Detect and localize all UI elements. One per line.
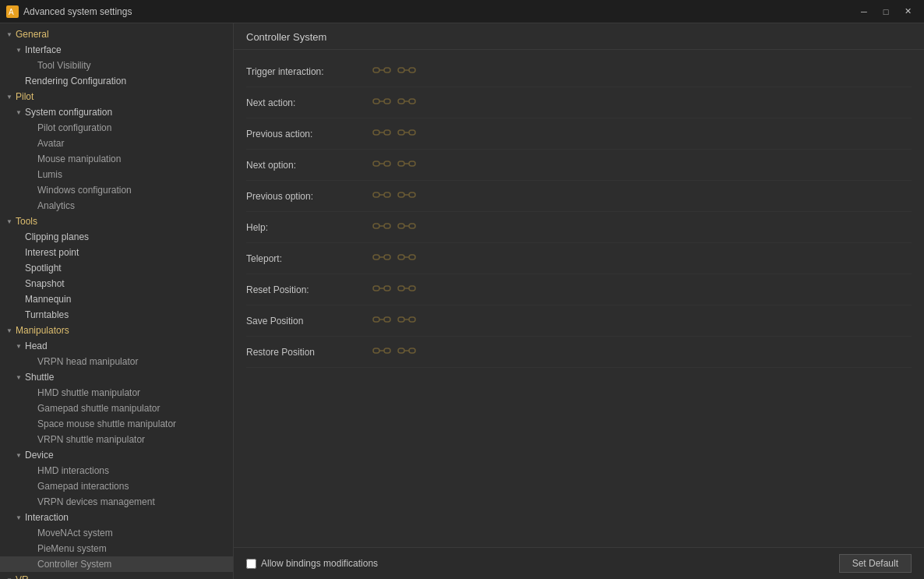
- binding-chain-button-1[interactable]: [371, 154, 393, 175]
- binding-chain-button-2[interactable]: [396, 279, 418, 300]
- sidebar-item-hmd-shuttle[interactable]: HMD shuttle manipulator: [0, 385, 233, 401]
- set-default-button[interactable]: Set Default: [839, 554, 912, 573]
- sidebar-item-manipulators[interactable]: Manipulators: [0, 323, 233, 338]
- sidebar-item-turntables[interactable]: Turntables: [0, 307, 233, 323]
- svg-rect-32: [373, 224, 379, 228]
- sidebar-item-movenaact[interactable]: MoveNAct system: [0, 525, 233, 541]
- sidebar-item-gamepad-shuttle[interactable]: Gamepad shuttle manipulator: [0, 401, 233, 416]
- svg-rect-3: [384, 68, 390, 72]
- binding-chain-button-2[interactable]: [396, 217, 418, 238]
- binding-chain-button-1[interactable]: [371, 123, 393, 144]
- sidebar-item-interest-point[interactable]: Interest point: [0, 245, 233, 260]
- sidebar-item-label: Pilot: [16, 91, 34, 102]
- sidebar: GeneralInterfaceTool VisibilityRendering…: [0, 23, 234, 579]
- sidebar-item-vrpn-head[interactable]: VRPN head manipulator: [0, 354, 233, 369]
- sidebar-item-vrpn-devices[interactable]: VRPN devices management: [0, 494, 233, 510]
- binding-chain-button-2[interactable]: [396, 248, 418, 269]
- binding-chain-button-1[interactable]: [371, 310, 393, 331]
- sidebar-item-vrpn-shuttle[interactable]: VRPN shuttle manipulator: [0, 432, 233, 447]
- sidebar-item-head[interactable]: Head: [0, 338, 233, 354]
- binding-chain-button-2[interactable]: [396, 185, 418, 207]
- svg-rect-6: [409, 68, 415, 72]
- binding-row: Reset Position:: [246, 274, 912, 305]
- binding-row: Help:: [246, 212, 912, 243]
- binding-buttons: [371, 185, 418, 207]
- binding-chain-button-2[interactable]: [396, 154, 418, 175]
- binding-chain-button-1[interactable]: [371, 341, 393, 362]
- binding-label: Previous action:: [246, 129, 371, 139]
- binding-label: Restore Position: [246, 347, 371, 358]
- sidebar-item-tool-visibility[interactable]: Tool Visibility: [0, 58, 233, 73]
- sidebar-item-shuttle[interactable]: Shuttle: [0, 369, 233, 385]
- triangle-icon: [16, 47, 23, 54]
- sidebar-item-gamepad-interactions[interactable]: Gamepad interactions: [0, 478, 233, 494]
- sidebar-item-label: Space mouse shuttle manipulator: [37, 418, 176, 429]
- binding-chain-button-2[interactable]: [396, 92, 418, 113]
- sidebar-item-windows-config[interactable]: Windows configuration: [0, 182, 233, 198]
- maximize-button[interactable]: □: [876, 4, 896, 19]
- binding-label: Help:: [246, 222, 371, 233]
- sidebar-item-label: Pilot configuration: [37, 122, 111, 133]
- minimize-button[interactable]: ─: [854, 4, 874, 19]
- sidebar-item-controller-system[interactable]: Controller System: [0, 556, 233, 572]
- sidebar-item-spotlight[interactable]: Spotlight: [0, 260, 233, 276]
- svg-rect-54: [409, 317, 415, 322]
- sidebar-item-hmd-interactions[interactable]: HMD interactions: [0, 463, 233, 478]
- binding-chain-button-1[interactable]: [371, 248, 393, 269]
- binding-chain-button-2[interactable]: [396, 61, 418, 82]
- sidebar-item-mouse-manip[interactable]: Mouse manipulation: [0, 151, 233, 167]
- sidebar-item-device[interactable]: Device: [0, 447, 233, 463]
- binding-buttons: [371, 92, 418, 113]
- sidebar-item-system-config[interactable]: System configuration: [0, 104, 233, 120]
- sidebar-item-piemenu[interactable]: PieMenu system: [0, 541, 233, 556]
- sidebar-item-tools[interactable]: Tools: [0, 214, 233, 229]
- binding-chain-button-2[interactable]: [396, 310, 418, 331]
- binding-row: Previous action:: [246, 118, 912, 150]
- binding-buttons: [371, 248, 418, 269]
- binding-chain-button-1[interactable]: [371, 185, 393, 207]
- binding-chain-button-1[interactable]: [371, 217, 393, 238]
- sidebar-item-interaction[interactable]: Interaction: [0, 510, 233, 525]
- sidebar-item-label: Tools: [16, 216, 37, 227]
- binding-chain-button-2[interactable]: [396, 341, 418, 362]
- sidebar-item-rendering-config[interactable]: Rendering Configuration: [0, 73, 233, 89]
- binding-chain-button-1[interactable]: [371, 279, 393, 300]
- sidebar-item-general[interactable]: General: [0, 26, 233, 42]
- binding-label: Previous option:: [246, 191, 371, 202]
- svg-rect-23: [398, 161, 404, 166]
- binding-chain-button-1[interactable]: [371, 61, 393, 82]
- binding-row: Teleport:: [246, 243, 912, 274]
- sidebar-item-space-mouse-shuttle[interactable]: Space mouse shuttle manipulator: [0, 416, 233, 432]
- chain-link-icon: [397, 312, 416, 330]
- close-button[interactable]: ✕: [898, 4, 918, 19]
- svg-rect-5: [398, 68, 404, 72]
- svg-rect-56: [373, 348, 379, 353]
- sidebar-tree: GeneralInterfaceTool VisibilityRendering…: [0, 23, 233, 579]
- svg-rect-39: [384, 255, 390, 259]
- binding-chain-button-2[interactable]: [396, 123, 418, 144]
- sidebar-item-pilot[interactable]: Pilot: [0, 89, 233, 104]
- sidebar-item-clipping-planes[interactable]: Clipping planes: [0, 229, 233, 245]
- sidebar-item-lumis[interactable]: Lumis: [0, 167, 233, 182]
- sidebar-item-snapshot[interactable]: Snapshot: [0, 276, 233, 291]
- sidebar-item-avatar[interactable]: Avatar: [0, 136, 233, 151]
- svg-rect-59: [398, 348, 404, 353]
- binding-chain-button-1[interactable]: [371, 92, 393, 113]
- sidebar-item-label: Spotlight: [25, 263, 62, 274]
- allow-bindings-checkbox[interactable]: [246, 559, 256, 569]
- svg-rect-47: [398, 286, 404, 291]
- allow-bindings-label[interactable]: Allow bindings modifications: [261, 558, 378, 569]
- sidebar-item-label: Interaction: [25, 512, 69, 523]
- binding-row: Restore Position: [246, 337, 912, 368]
- chain-link-icon: [397, 187, 416, 205]
- chain-link-icon: [372, 281, 391, 298]
- sidebar-item-analytics[interactable]: Analytics: [0, 198, 233, 214]
- chain-link-icon: [372, 156, 391, 174]
- chain-link-icon: [397, 125, 416, 143]
- sidebar-item-interface[interactable]: Interface: [0, 42, 233, 58]
- sidebar-item-pilot-config[interactable]: Pilot configuration: [0, 120, 233, 136]
- sidebar-item-label: HMD interactions: [37, 465, 109, 476]
- sidebar-item-mannequin[interactable]: Mannequin: [0, 291, 233, 307]
- sidebar-item-vr[interactable]: VR: [0, 572, 233, 579]
- svg-rect-24: [409, 161, 415, 166]
